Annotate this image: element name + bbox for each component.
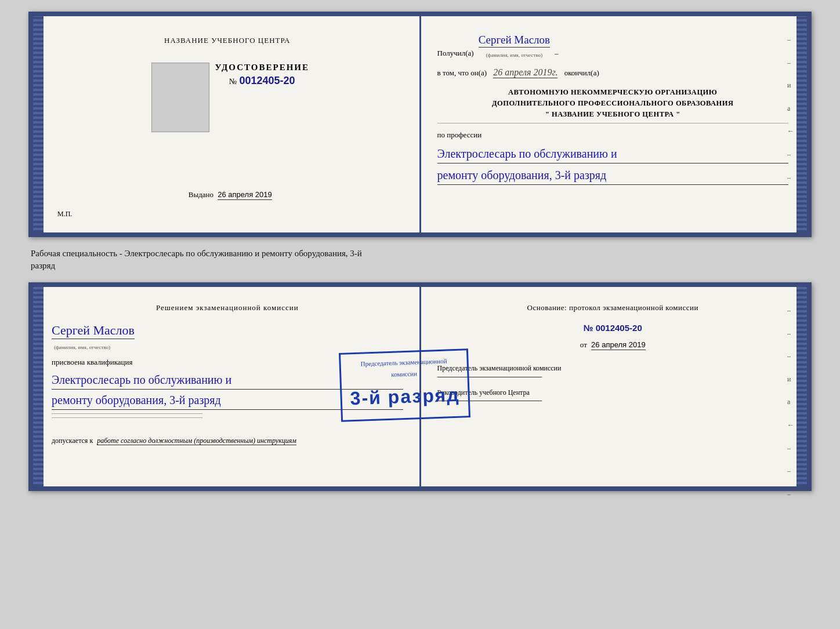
top-left-page: НАЗВАНИЕ УЧЕБНОГО ЦЕНТРА УДОСТОВЕРЕНИЕ №… [33,16,421,232]
cert-word: УДОСТОВЕРЕНИЕ [215,63,310,72]
protocol-number: № 0012405-20 [437,320,789,336]
allowed-line: допускается к работе согласно должностны… [52,435,403,446]
bottom-booklet: Решением экзаменационной комиссии Сергей… [28,282,812,491]
received-label: Получил(а) [437,46,474,60]
bottom-right-page: Основание: протокол экзаменационной коми… [421,287,808,486]
recipient-line: Получил(а) Сергей Маслов (фамилия, имя, … [437,30,789,60]
name-caption-top: (фамилия, имя, отчество) [479,50,550,60]
org-text: АВТОНОМНУЮ НЕКОММЕРЧЕСКУЮ ОРГАНИЗАЦИЮ ДО… [437,87,789,119]
from-date-val: 26 апреля 2019 [591,340,646,350]
head-role: Руководитель учебного Центра [437,388,789,402]
profession-line1: Электрослесарь по обслуживанию и [437,144,789,163]
recipient-name: Сергей Маслов [479,34,550,48]
in-that-line: в том, что он(а) 26 апреля 2019г. окончи… [437,64,789,81]
person-name-block: Сергей Маслов (фамилия, имя, отчество) [52,319,403,352]
date-value: 26 апреля 2019г. [493,67,557,78]
grade-stamp: Председатель экзаменационной комиссии 3-… [338,348,470,422]
institution-title-top: НАЗВАНИЕ УЧЕБНОГО ЦЕНТРА [164,36,290,45]
cert-number: 0012405-20 [239,75,295,86]
basis-text: Основание: протокол экзаменационной коми… [437,301,789,314]
person-name: Сергей Маслов [52,323,135,339]
issued-line: Выдано 26 апреля 2019 [189,190,272,199]
protocol-num-val: 0012405-20 [596,323,642,333]
commission-title: Решением экзаменационной комиссии [52,301,403,314]
profession-label: по профессии [437,128,789,141]
between-label: Рабочая специальность - Электрослесарь п… [28,248,812,272]
name-caption-bottom: (фамилия, имя, отчество) [52,343,403,352]
photo-placeholder [151,63,209,132]
from-date-line: от 26 апреля 2019 [437,338,789,351]
mp-label: М.П. [57,210,72,219]
top-right-page: Получил(а) Сергей Маслов (фамилия, имя, … [421,16,808,232]
right-marks: – – и а ← – – [787,34,794,184]
bottom-right-marks: – – – и а ← – – – [787,304,794,500]
allowed-text: работе согласно должностным (производств… [97,437,296,445]
chairman-role: Председатель экзаменационной комиссии [437,363,789,377]
cert-number-prefix: № [229,77,237,86]
stamp-grade: 3-й разряд [349,378,460,415]
top-booklet: НАЗВАНИЕ УЧЕБНОГО ЦЕНТРА УДОСТОВЕРЕНИЕ №… [28,12,812,237]
issued-date: 26 апреля 2019 [218,190,272,200]
profession-line2: ремонту оборудования, 3-й разряд [437,166,789,185]
